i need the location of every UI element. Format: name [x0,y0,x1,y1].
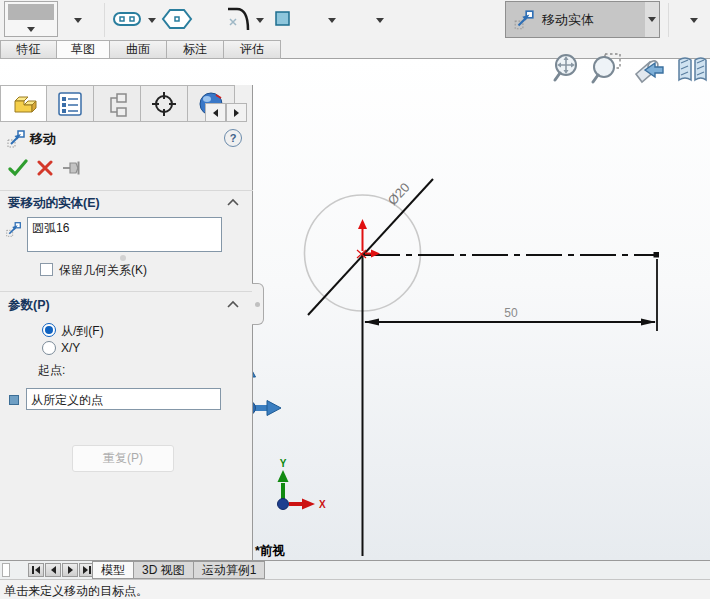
toolbar-dropdown-caret-1[interactable] [328,18,336,23]
bottom-tab-bar: 模型 3D 视图 运动算例1 [0,560,710,579]
start-point-field[interactable]: 从所定义的点 [26,388,221,410]
axis-x-label: X [319,499,326,510]
arrow-right-icon [68,566,73,574]
view-orientation-label: *前视 [255,544,285,558]
linear-dimension-text[interactable]: 50 [504,306,518,320]
toolbar-dropdown-caret-2[interactable] [376,18,384,23]
tab-3d-views-label: 3D 视图 [142,562,185,579]
start-point-value: 从所定义的点 [31,392,216,409]
tab-features[interactable]: 特征 [0,40,57,59]
pane-split-handle[interactable] [2,563,10,577]
sketch-origin [357,219,380,258]
bar-icon [32,566,34,574]
confirm-row [0,157,253,181]
start-point-icon [9,395,19,405]
prev-study-button[interactable] [45,563,61,577]
cancel-button[interactable] [37,160,53,176]
move-entities-icon [513,9,535,31]
tab-configurationmanager[interactable] [94,85,141,122]
entities-section-title: 要移动的实体(E) [8,195,100,212]
slot-dropdown-caret[interactable] [148,18,156,23]
params-section-header[interactable]: 参数(P) [0,296,253,316]
fillet-tool-button[interactable] [218,4,252,34]
tab-evaluate-label: 评估 [240,41,264,58]
tab-evaluate[interactable]: 评估 [224,40,281,59]
panel-title: 移动 [30,130,56,148]
chevron-up-icon [226,198,240,207]
fillet-dropdown-caret[interactable] [256,18,264,23]
repeat-label: 重复(P) [103,450,143,467]
entities-section-header[interactable]: 要移动的实体(E) [0,194,253,214]
arrow-right-icon [83,566,88,574]
polygon-tool-button[interactable] [160,4,194,34]
part-icon [10,91,38,117]
close-icon [39,162,51,174]
centerline-endpoint[interactable] [654,252,660,258]
start-point-label: 起点: [38,362,65,379]
diameter-dimension-text[interactable]: Ø20 [385,180,413,208]
next-study-button[interactable] [62,563,78,577]
arrow-left-icon [51,566,56,574]
ok-button[interactable] [8,159,28,177]
panel-splitter-handle[interactable] [252,283,264,325]
configuration-icon [104,91,130,117]
move-entities-dropdown[interactable] [645,1,660,38]
arrow-right-icon [234,109,239,117]
move-icon [6,129,26,149]
axis-y-label: Y [280,458,287,469]
keep-relations-label: 保留几何关系(K) [59,262,147,279]
first-study-button[interactable] [28,563,44,577]
toolbar-dropdown-caret-3[interactable] [690,18,698,23]
xy-label[interactable]: X/Y [61,341,80,355]
tab-motion-study[interactable]: 运动算例1 [194,561,266,579]
move-selection-icon [5,221,22,238]
origin-triad: Y X [278,458,327,510]
tab-dimxpertmanager[interactable] [141,85,188,122]
slot-icon [111,4,143,34]
status-bar: 单击来定义移动的目标点。 [0,579,710,599]
repeat-button[interactable]: 重复(P) [72,445,174,472]
from-to-radio[interactable] [42,323,56,337]
sketch-diameter-line[interactable] [308,179,433,315]
tab-features-label: 特征 [17,41,41,58]
from-to-label[interactable]: 从/到(F) [61,323,104,340]
bar-icon [89,566,91,574]
dimension-dropdown-caret[interactable] [74,18,82,23]
toolbar-divider [104,3,105,37]
chevron-down-icon [648,17,656,22]
manager-tab-scroll [205,103,247,122]
splitter-dot [255,302,260,307]
dimension-arrow-left [364,319,379,326]
selection-item[interactable]: 圆弧16 [32,220,217,237]
check-icon [10,161,26,174]
arrow-left-icon [213,109,218,117]
xy-radio[interactable] [42,341,56,355]
tab-surfaces[interactable]: 曲面 [110,40,167,59]
chevron-down-icon [27,27,35,32]
divider [0,291,253,292]
tab-surfaces-label: 曲面 [126,41,150,58]
help-button[interactable]: ? [224,129,242,147]
solidworks-window: 移动实体 特征 草图 曲面 标注 评估 [0,0,710,599]
keep-relations-checkbox[interactable] [40,263,53,276]
tab-markup-label: 标注 [183,41,207,58]
rectangle-tool-button[interactable] [274,10,291,27]
keep-visible-button[interactable] [62,160,82,176]
square-icon [274,10,291,27]
tab-featuremanager[interactable] [0,85,47,122]
document-tabs: 模型 3D 视图 运动算例1 [92,561,265,579]
divider [0,190,253,191]
scroll-right-button[interactable] [226,103,247,122]
entities-selection-listbox[interactable]: 圆弧16 [27,217,222,252]
dimension-arrow-right [641,319,656,326]
tab-markup[interactable]: 标注 [167,40,224,59]
tab-3d-views[interactable]: 3D 视图 [134,561,194,579]
tab-propertymanager[interactable] [47,85,94,122]
tab-sketch[interactable]: 草图 [57,40,110,59]
exit-sketch-button[interactable] [4,1,58,37]
move-entities-button[interactable]: 移动实体 [505,1,646,38]
tab-model[interactable]: 模型 [92,561,134,579]
slot-tool-button[interactable] [111,4,143,34]
listbox-resize-grip[interactable] [120,255,126,261]
scroll-left-button[interactable] [205,103,226,122]
